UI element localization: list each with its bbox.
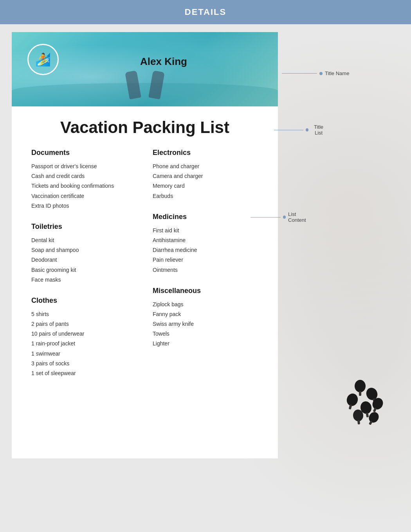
section-electronics: Electronics Phone and charger Camera and…: [153, 149, 258, 201]
header-title: DETAILS: [0, 7, 411, 17]
section-title-toiletries: Toiletries: [31, 223, 137, 231]
section-clothes: Clothes 5 shirts 2 pairs of pants 10 pai…: [31, 297, 137, 378]
pushpins-svg: [313, 365, 391, 427]
svg-rect-9: [373, 408, 377, 413]
svg-point-4: [345, 392, 359, 407]
ann-dot-1: [319, 72, 323, 75]
item-pain-reliever: Pain reliever: [153, 255, 258, 265]
foot-left: [125, 70, 141, 99]
feet-decoration: [127, 71, 162, 99]
section-title-electronics: Electronics: [153, 149, 258, 157]
section-misc: Miscellaneous Ziplock bags Fanny pack Sw…: [153, 287, 258, 349]
item-cash: Cash and credit cards: [31, 171, 137, 181]
item-ointments: Ointments: [153, 265, 258, 275]
list-content-annotation: List Content: [251, 211, 312, 223]
item-earbuds: Earbuds: [153, 191, 258, 201]
item-face-masks: Face masks: [31, 275, 137, 285]
item-soap-shampoo: Soap and shampoo: [31, 245, 137, 255]
hero-name: Alex King: [140, 56, 187, 68]
item-tickets: Tickets and booking confirmations: [31, 181, 137, 191]
item-diarrhea: Diarrhea medicine: [153, 245, 258, 255]
item-shirts: 5 shirts: [31, 309, 137, 319]
svg-rect-11: [357, 420, 360, 424]
item-jacket: 1 rain-proof jacket: [31, 339, 137, 349]
columns-wrapper: Documents Passport or driver's license C…: [31, 149, 258, 390]
item-phone: Phone and charger: [153, 162, 258, 171]
svg-point-0: [355, 380, 366, 392]
item-underwear: 10 pairs of underwear: [31, 329, 137, 339]
ann-line-3: [251, 217, 281, 217]
section-documents: Documents Passport or driver's license C…: [31, 149, 137, 211]
item-camera: Camera and charger: [153, 171, 258, 181]
surfer-icon: 🏄: [27, 44, 59, 75]
item-socks: 3 pairs of socks: [31, 359, 137, 368]
hero-image: 🏄 Alex King: [12, 32, 278, 106]
ann-dot-3: [283, 216, 286, 219]
item-memory-card: Memory card: [153, 181, 258, 191]
foot-right: [148, 70, 165, 99]
item-ziplock: Ziplock bags: [153, 300, 258, 309]
ann-dot-2: [306, 128, 308, 131]
item-swiss-knife: Swiss army knife: [153, 319, 258, 329]
pin-group: [345, 380, 385, 425]
item-fanny-pack: Fanny pack: [153, 309, 258, 319]
item-passport: Passport or driver's license: [31, 162, 137, 171]
left-column: Documents Passport or driver's license C…: [31, 149, 137, 390]
svg-rect-1: [359, 391, 361, 396]
item-lighter: Lighter: [153, 339, 258, 349]
main-content: 🏄 Alex King Title Name Vacation Packing …: [12, 32, 399, 458]
section-title-misc: Miscellaneous: [153, 287, 258, 295]
item-pants: 2 pairs of pants: [31, 319, 137, 329]
card: Vacation Packing List Title List Documen…: [12, 106, 278, 458]
item-deodorant: Deodorant: [31, 255, 137, 265]
ann-label-title-list: Title List: [311, 124, 326, 136]
item-vaccination: Vaccination certificate: [31, 191, 137, 201]
item-sleepwear: 1 set of sleepwear: [31, 368, 137, 378]
item-antihistamine: Antihistamine: [153, 235, 258, 245]
title-name-annotation: Title Name: [282, 70, 349, 76]
item-id-photos: Extra ID photos: [31, 201, 137, 211]
pushpins-decoration: [313, 365, 391, 427]
ann-line-2: [274, 130, 303, 130]
item-towels: Towels: [153, 329, 258, 339]
header-bar: DETAILS: [0, 0, 411, 24]
title-list-annotation: Title List: [274, 124, 326, 136]
ann-label-list-content: List Content: [288, 211, 312, 223]
item-grooming: Basic grooming kit: [31, 265, 137, 275]
item-first-aid: First aid kit: [153, 226, 258, 235]
svg-rect-5: [349, 404, 352, 410]
ann-line-1: [282, 73, 317, 74]
ann-label-title-name: Title Name: [325, 70, 349, 76]
section-title-medicines: Medicines: [153, 213, 258, 221]
card-title: Vacation Packing List: [31, 118, 258, 137]
section-title-documents: Documents: [31, 149, 137, 157]
section-title-clothes: Clothes: [31, 297, 137, 305]
section-medicines: Medicines First aid kit Antihistamine Di…: [153, 213, 258, 275]
item-dental-kit: Dental kit: [31, 235, 137, 245]
item-swimwear: 1 swimwear: [31, 349, 137, 359]
right-column: List Content Electronics Phone and charg…: [153, 149, 258, 390]
section-toiletries: Toiletries Dental kit Soap and shampoo D…: [31, 223, 137, 285]
